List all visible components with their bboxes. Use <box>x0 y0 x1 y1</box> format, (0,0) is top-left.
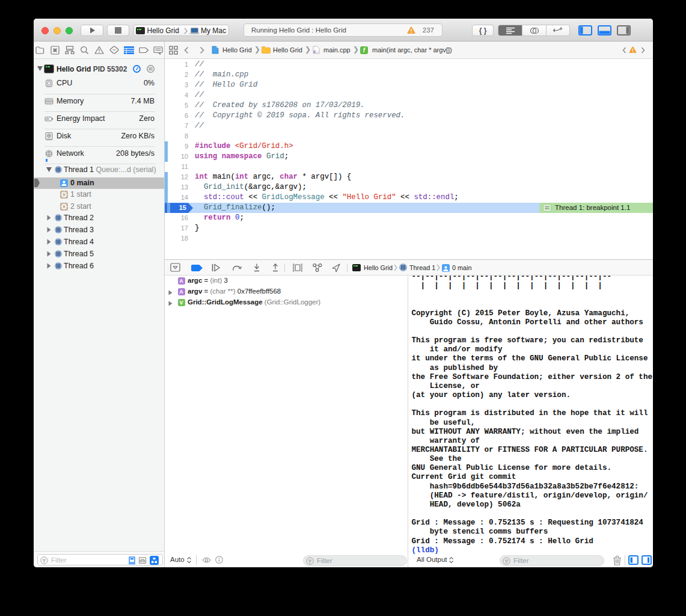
svg-text:↔: ↔ <box>316 50 319 54</box>
